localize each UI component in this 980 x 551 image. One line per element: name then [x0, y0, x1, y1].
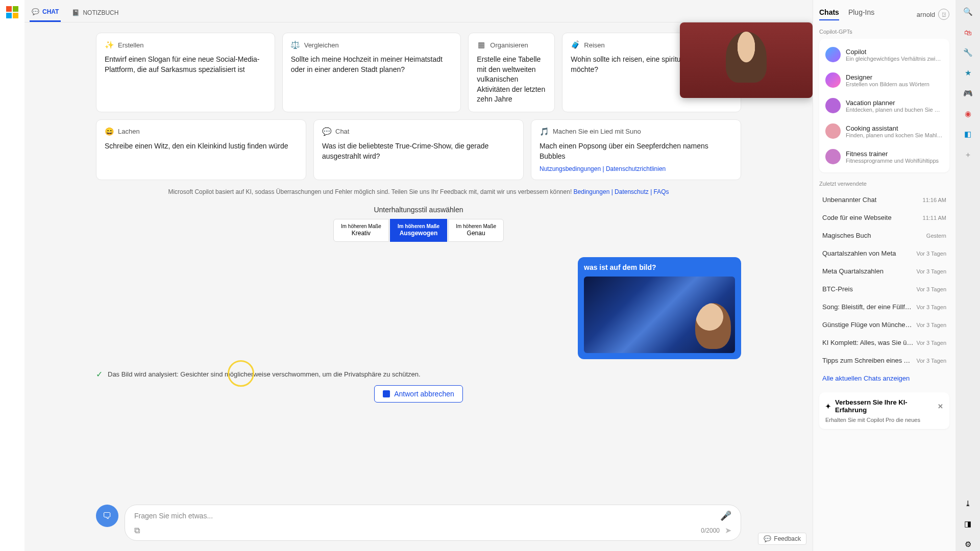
plus-icon[interactable]: ＋ — [961, 148, 974, 161]
improve-box: ✦ Verbessern Sie Ihre KI-Erfahrung ✕ Erh… — [819, 392, 949, 429]
discover-icon[interactable]: ◨ — [961, 517, 974, 531]
video-overlay — [680, 22, 813, 98]
username: arnold — [917, 11, 935, 18]
card-organize[interactable]: ▦Organisieren Erstelle eine Tabelle mit … — [468, 33, 555, 112]
new-topic-button[interactable]: 🗨 — [96, 505, 118, 527]
close-icon[interactable]: ✕ — [938, 403, 943, 410]
recent-title: Song: Bleistift, der eine Füllfeder sein… — [822, 303, 914, 311]
gpt-sub: Entdecken, planen und buchen Sie Reisen — [846, 107, 943, 113]
cancel-button[interactable]: Antwort abbrechen — [374, 385, 463, 403]
left-rail — [0, 0, 24, 551]
tab-chat[interactable]: 💬 CHAT — [30, 5, 61, 22]
card-body: Mach einen Popsong über ein Seepferdchen… — [540, 141, 732, 161]
recent-date: Vor 3 Tagen — [916, 304, 946, 310]
gpt-item[interactable]: Designer Erstellen von Bildern aus Wörte… — [819, 67, 949, 93]
recent-title: Meta Quartalszahlen — [822, 267, 884, 275]
recent-item[interactable]: Code für eine Webseite 11:11 AM — [819, 209, 949, 227]
gpt-item[interactable]: Copilot Ein gleichgewichtiges Verhältnis… — [819, 42, 949, 67]
recent-item[interactable]: Meta Quartalszahlen Vor 3 Tagen — [819, 262, 949, 280]
user-menu[interactable]: arnold ⍰ — [917, 9, 949, 20]
feedback-button[interactable]: 💬 Feedback — [758, 533, 806, 545]
search-icon[interactable]: 🔍 — [961, 5, 974, 18]
download-icon[interactable]: ⤓ — [961, 497, 974, 510]
style-balanced[interactable]: Im höheren MaßeAusgewogen — [390, 219, 447, 241]
improve-title: Verbessern Sie Ihre KI-Erfahrung — [835, 398, 934, 414]
office-icon[interactable]: ◉ — [961, 107, 974, 120]
card-links[interactable]: Nutzungsbedingungen | Datenschutzrichtli… — [540, 165, 732, 172]
recent-item[interactable]: Song: Bleistift, der eine Füllfeder sein… — [819, 298, 949, 316]
gpt-icon — [825, 149, 841, 164]
user-message: was ist auf dem bild? — [96, 257, 741, 359]
top-tabs: 💬 CHAT 📓 NOTIZBUCH — [24, 0, 813, 22]
chat-bubble-icon: 💬 — [322, 127, 331, 136]
outlook-icon[interactable]: ◧ — [961, 128, 974, 141]
recent-date: Vor 3 Tagen — [916, 286, 946, 292]
recent-item[interactable]: KI Komplett: Alles, was Sie über LLMs i … — [819, 334, 949, 352]
recent-item[interactable]: BTC-Preis Vor 3 Tagen — [819, 280, 949, 298]
gpt-icon — [825, 123, 841, 139]
gpt-item[interactable]: Vacation planner Entdecken, planen und b… — [819, 93, 949, 118]
char-counter: 0/2000 ➤ — [701, 525, 731, 535]
card-music[interactable]: 🎵Machen Sie ein Lied mit Suno Mach einen… — [531, 119, 741, 180]
card-body: Erstelle eine Tabelle mit den weltweiten… — [477, 55, 546, 105]
recent-date: Vor 3 Tagen — [916, 268, 946, 274]
recent-date: Vor 3 Tagen — [916, 322, 946, 328]
recent-title: BTC-Preis — [822, 285, 853, 293]
user-bubble: was ist auf dem bild? — [578, 257, 741, 359]
gpt-item[interactable]: Cooking assistant Finden, planen und koc… — [819, 118, 949, 144]
settings-icon[interactable]: ⚙ — [961, 538, 974, 551]
tools-icon[interactable]: 🔧 — [961, 46, 974, 59]
input-row: 🗨 🎤 ⧉ 0/2000 ➤ — [24, 505, 813, 551]
recent-title: Günstige Flüge von München nach Fra — [822, 321, 914, 329]
recent-date: Vor 3 Tagen — [916, 251, 946, 257]
feedback-icon: 💬 — [764, 535, 771, 542]
style-picker: Im höheren MaßeKreativ Im höheren MaßeAu… — [96, 219, 741, 241]
recent-title: Magisches Buch — [822, 232, 871, 239]
tab-plugins[interactable]: Plug-Ins — [848, 8, 874, 20]
gpt-sub: Finden, planen und kochen Sie Mahlzeiten — [846, 132, 943, 138]
tab-notebook[interactable]: 📓 NOTIZBUCH — [70, 5, 120, 22]
recent-item[interactable]: Günstige Flüge von München nach Fra Vor … — [819, 316, 949, 334]
card-title: Reisen — [584, 41, 604, 49]
card-title: Organisieren — [490, 41, 528, 49]
style-creative[interactable]: Im höheren MaßeKreativ — [333, 219, 389, 241]
style-title: Unterhaltungsstil auswählen — [96, 206, 741, 214]
right-tabs: Chats Plug-Ins — [819, 8, 874, 20]
gpt-list: Copilot Ein gleichgewichtiges Verhältnis… — [819, 39, 949, 172]
sparkle-icon: ✨ — [105, 40, 114, 49]
games-icon[interactable]: 🎮 — [961, 87, 974, 100]
card-create[interactable]: ✨Erstellen Entwirf einen Slogan für eine… — [96, 33, 275, 112]
recent-title: Code für eine Webseite — [822, 214, 892, 221]
gpt-icon — [825, 47, 841, 62]
recent-item[interactable]: Unbenannter Chat 11:16 AM — [819, 191, 949, 209]
gpt-sub: Erstellen von Bildern aus Wörtern — [846, 81, 929, 87]
shopping-icon[interactable]: 🛍 — [961, 26, 974, 39]
style-precise[interactable]: Im höheren MaßeGenau — [448, 219, 504, 241]
edge-sidebar: 🔍 🛍 🔧 ★ 🎮 ◉ ◧ ＋ ⤓ ◨ ⚙ — [955, 0, 980, 551]
tab-notebook-label: NOTIZBUCH — [83, 9, 118, 16]
sparkle-icon: ✦ — [825, 403, 831, 410]
gpt-sub: Ein gleichgewichtiges Verhältnis zwische… — [846, 56, 943, 62]
microphone-icon[interactable]: 🎤 — [720, 510, 731, 521]
luggage-icon: 🧳 — [571, 40, 580, 49]
laugh-icon: 😄 — [105, 127, 114, 136]
microsoft-logo-icon[interactable] — [6, 6, 18, 18]
star-icon[interactable]: ★ — [961, 66, 974, 80]
show-all-chats[interactable]: Alle aktuellen Chats anzeigen — [819, 369, 949, 387]
recent-item[interactable]: Quartalszahlen von Meta Vor 3 Tagen — [819, 244, 949, 262]
chat-input[interactable] — [134, 512, 720, 520]
card-laugh[interactable]: 😄Lachen Schreibe einen Witz, den ein Kle… — [96, 119, 306, 180]
gpt-item[interactable]: Fitness trainer Fitnessprogramme und Woh… — [819, 144, 949, 169]
tab-chats[interactable]: Chats — [819, 8, 839, 20]
disclaimer-links[interactable]: Bedingungen | Datenschutz | FAQs — [574, 188, 669, 195]
card-compare[interactable]: ⚖️Vergleichen Sollte ich meine Hochzeit … — [282, 33, 461, 112]
status-text: Das Bild wird analysiert: Gesichter sind… — [108, 370, 421, 378]
send-icon[interactable]: ➤ — [725, 525, 731, 535]
card-chat[interactable]: 💬Chat Was ist die beliebteste True-Crime… — [313, 119, 524, 180]
recent-title: KI Komplett: Alles, was Sie über LLMs i — [822, 339, 914, 346]
check-icon: ✓ — [96, 369, 103, 379]
image-add-icon[interactable]: ⧉ — [134, 526, 140, 535]
recent-item[interactable]: Magisches Buch Gestern — [819, 227, 949, 244]
recent-item[interactable]: Tipps zum Schreiben eines Artikels üb Vo… — [819, 352, 949, 369]
gpt-name: Vacation planner — [846, 99, 943, 107]
